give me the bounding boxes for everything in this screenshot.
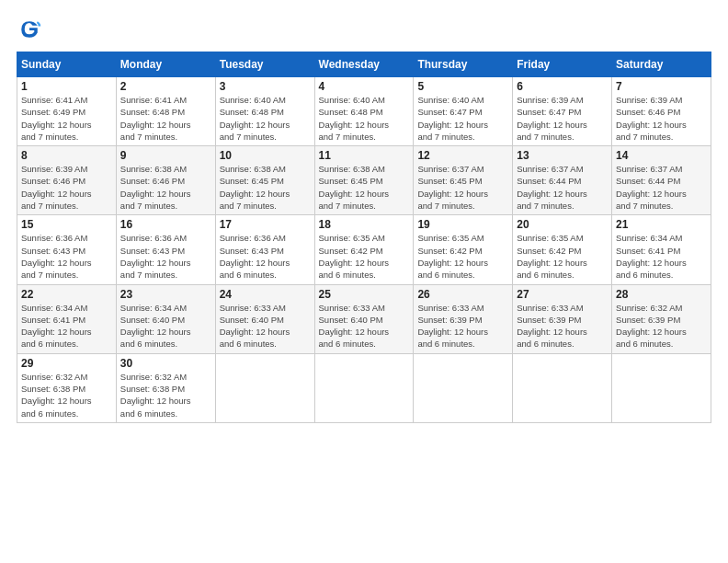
calendar-cell: 25 Sunrise: 6:33 AMSunset: 6:40 PMDaylig…	[314, 284, 414, 353]
day-info: Sunrise: 6:33 AMSunset: 6:39 PMDaylight:…	[517, 303, 587, 350]
day-info: Sunrise: 6:41 AMSunset: 6:48 PMDaylight:…	[120, 95, 191, 142]
day-info: Sunrise: 6:32 AMSunset: 6:38 PMDaylight:…	[21, 372, 92, 419]
page: SundayMondayTuesdayWednesdayThursdayFrid…	[0, 0, 728, 563]
day-number: 17	[220, 218, 311, 231]
calendar-cell: 14 Sunrise: 6:37 AMSunset: 6:44 PMDaylig…	[612, 146, 711, 215]
day-number: 3	[220, 80, 311, 93]
day-number: 13	[517, 149, 608, 162]
calendar-cell: 7 Sunrise: 6:39 AMSunset: 6:46 PMDayligh…	[612, 77, 711, 146]
day-info: Sunrise: 6:35 AMSunset: 6:42 PMDaylight:…	[417, 233, 488, 280]
calendar-cell: 4 Sunrise: 6:40 AMSunset: 6:48 PMDayligh…	[314, 77, 414, 146]
day-number: 14	[616, 149, 707, 162]
day-info: Sunrise: 6:38 AMSunset: 6:46 PMDaylight:…	[120, 164, 191, 211]
calendar-week-2: 8 Sunrise: 6:39 AMSunset: 6:46 PMDayligh…	[17, 146, 711, 215]
calendar-cell	[314, 353, 414, 422]
calendar-cell: 9 Sunrise: 6:38 AMSunset: 6:46 PMDayligh…	[116, 146, 215, 215]
calendar-cell: 27 Sunrise: 6:33 AMSunset: 6:39 PMDaylig…	[513, 284, 612, 353]
day-number: 15	[21, 218, 112, 231]
day-number: 5	[417, 80, 508, 93]
day-info: Sunrise: 6:37 AMSunset: 6:44 PMDaylight:…	[616, 164, 687, 211]
day-number: 19	[417, 218, 508, 231]
day-info: Sunrise: 6:41 AMSunset: 6:49 PMDaylight:…	[21, 95, 92, 142]
day-number: 11	[319, 149, 410, 162]
day-info: Sunrise: 6:33 AMSunset: 6:40 PMDaylight:…	[319, 303, 390, 350]
calendar-cell: 22 Sunrise: 6:34 AMSunset: 6:41 PMDaylig…	[17, 284, 117, 353]
day-info: Sunrise: 6:37 AMSunset: 6:44 PMDaylight:…	[517, 164, 587, 211]
day-number: 4	[319, 80, 410, 93]
calendar-cell: 28 Sunrise: 6:32 AMSunset: 6:39 PMDaylig…	[612, 284, 711, 353]
day-number: 9	[120, 149, 211, 162]
day-info: Sunrise: 6:39 AMSunset: 6:47 PMDaylight:…	[517, 95, 587, 142]
day-number: 6	[517, 80, 608, 93]
day-info: Sunrise: 6:40 AMSunset: 6:48 PMDaylight:…	[319, 95, 390, 142]
calendar-cell: 29 Sunrise: 6:32 AMSunset: 6:38 PMDaylig…	[17, 353, 117, 422]
calendar-cell: 5 Sunrise: 6:40 AMSunset: 6:47 PMDayligh…	[414, 77, 513, 146]
day-number: 2	[120, 80, 211, 93]
day-number: 23	[120, 288, 211, 301]
day-number: 30	[120, 357, 211, 370]
day-info: Sunrise: 6:33 AMSunset: 6:39 PMDaylight:…	[417, 303, 488, 350]
calendar-cell: 15 Sunrise: 6:36 AMSunset: 6:43 PMDaylig…	[17, 215, 117, 284]
day-number: 18	[319, 218, 410, 231]
calendar-cell: 6 Sunrise: 6:39 AMSunset: 6:47 PMDayligh…	[513, 77, 612, 146]
calendar-cell: 30 Sunrise: 6:32 AMSunset: 6:38 PMDaylig…	[116, 353, 215, 422]
weekday-sunday: Sunday	[17, 52, 117, 77]
day-number: 27	[517, 288, 608, 301]
day-number: 28	[616, 288, 707, 301]
weekday-wednesday: Wednesday	[314, 52, 414, 77]
calendar-week-5: 29 Sunrise: 6:32 AMSunset: 6:38 PMDaylig…	[17, 353, 711, 422]
day-number: 7	[616, 80, 707, 93]
day-number: 10	[220, 149, 311, 162]
calendar-cell: 19 Sunrise: 6:35 AMSunset: 6:42 PMDaylig…	[414, 215, 513, 284]
day-number: 1	[21, 80, 112, 93]
weekday-thursday: Thursday	[414, 52, 513, 77]
day-number: 16	[120, 218, 211, 231]
weekday-monday: Monday	[116, 52, 215, 77]
weekday-header-row: SundayMondayTuesdayWednesdayThursdayFrid…	[17, 52, 711, 77]
day-info: Sunrise: 6:40 AMSunset: 6:47 PMDaylight:…	[417, 95, 488, 142]
day-number: 12	[417, 149, 508, 162]
calendar-cell: 20 Sunrise: 6:35 AMSunset: 6:42 PMDaylig…	[513, 215, 612, 284]
day-info: Sunrise: 6:38 AMSunset: 6:45 PMDaylight:…	[319, 164, 390, 211]
calendar-cell: 8 Sunrise: 6:39 AMSunset: 6:46 PMDayligh…	[17, 146, 117, 215]
calendar-week-4: 22 Sunrise: 6:34 AMSunset: 6:41 PMDaylig…	[17, 284, 711, 353]
day-number: 24	[220, 288, 311, 301]
calendar-week-3: 15 Sunrise: 6:36 AMSunset: 6:43 PMDaylig…	[17, 215, 711, 284]
day-info: Sunrise: 6:34 AMSunset: 6:41 PMDaylight:…	[616, 233, 687, 280]
calendar-cell	[513, 353, 612, 422]
day-info: Sunrise: 6:35 AMSunset: 6:42 PMDaylight:…	[319, 233, 390, 280]
day-info: Sunrise: 6:33 AMSunset: 6:40 PMDaylight:…	[220, 303, 290, 350]
calendar-cell: 24 Sunrise: 6:33 AMSunset: 6:40 PMDaylig…	[215, 284, 314, 353]
calendar-cell: 26 Sunrise: 6:33 AMSunset: 6:39 PMDaylig…	[414, 284, 513, 353]
calendar-cell: 17 Sunrise: 6:36 AMSunset: 6:43 PMDaylig…	[215, 215, 314, 284]
calendar-cell	[414, 353, 513, 422]
day-info: Sunrise: 6:38 AMSunset: 6:45 PMDaylight:…	[220, 164, 290, 211]
day-number: 22	[21, 288, 112, 301]
day-info: Sunrise: 6:36 AMSunset: 6:43 PMDaylight:…	[21, 233, 92, 280]
day-info: Sunrise: 6:32 AMSunset: 6:38 PMDaylight:…	[120, 372, 191, 419]
day-number: 29	[21, 357, 112, 370]
calendar-week-1: 1 Sunrise: 6:41 AMSunset: 6:49 PMDayligh…	[17, 77, 711, 146]
day-info: Sunrise: 6:32 AMSunset: 6:39 PMDaylight:…	[616, 303, 687, 350]
day-info: Sunrise: 6:35 AMSunset: 6:42 PMDaylight:…	[517, 233, 587, 280]
calendar-cell	[612, 353, 711, 422]
calendar-cell: 12 Sunrise: 6:37 AMSunset: 6:45 PMDaylig…	[414, 146, 513, 215]
day-info: Sunrise: 6:34 AMSunset: 6:40 PMDaylight:…	[120, 303, 191, 350]
calendar-cell: 2 Sunrise: 6:41 AMSunset: 6:48 PMDayligh…	[116, 77, 215, 146]
day-number: 8	[21, 149, 112, 162]
calendar-cell: 3 Sunrise: 6:40 AMSunset: 6:48 PMDayligh…	[215, 77, 314, 146]
day-number: 21	[616, 218, 707, 231]
header	[17, 17, 711, 42]
calendar-cell: 18 Sunrise: 6:35 AMSunset: 6:42 PMDaylig…	[314, 215, 414, 284]
calendar-table: SundayMondayTuesdayWednesdayThursdayFrid…	[17, 52, 711, 423]
calendar-cell	[215, 353, 314, 422]
logo	[17, 17, 46, 42]
weekday-saturday: Saturday	[612, 52, 711, 77]
logo-icon	[17, 17, 42, 42]
weekday-tuesday: Tuesday	[215, 52, 314, 77]
day-info: Sunrise: 6:39 AMSunset: 6:46 PMDaylight:…	[616, 95, 687, 142]
calendar-cell: 1 Sunrise: 6:41 AMSunset: 6:49 PMDayligh…	[17, 77, 117, 146]
day-info: Sunrise: 6:37 AMSunset: 6:45 PMDaylight:…	[417, 164, 488, 211]
day-info: Sunrise: 6:34 AMSunset: 6:41 PMDaylight:…	[21, 303, 92, 350]
day-number: 25	[319, 288, 410, 301]
